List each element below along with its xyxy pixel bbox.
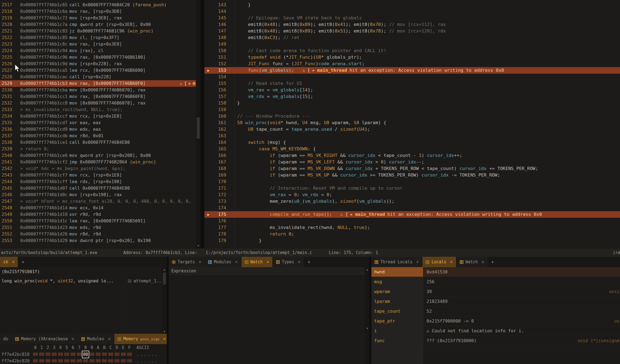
source-line-147[interactable]: 147 emit8(0x48); emit8(0x89); emit8(0x51… <box>204 28 620 34</box>
memory-byte[interactable]: 00 <box>108 351 114 358</box>
tab-targets[interactable]: Targets× <box>169 257 204 267</box>
watch-empty-area[interactable] <box>169 275 369 364</box>
disasm-line-2524[interactable]: 25240x00007ff7746b1c94mov [rax], cl <box>0 47 196 54</box>
local-row-func[interactable]: func??? (0x215f7910000)void (*)(unsigne <box>371 336 620 346</box>
tab-modules[interactable]: Modules× <box>205 257 241 267</box>
disasm-line-2540[interactable]: 25400x00007ff7746b1ce6mov qword ptr [rsp… <box>0 152 196 159</box>
disasm-line-2527[interactable]: 25270x00007ff7746b1ca5lea rcx, [0x00007F… <box>0 67 196 74</box>
source-line-178[interactable]: 178 return 0; <box>204 231 620 237</box>
disasm-line-2522[interactable]: 25220x00007ff7746b1c85mov cl, [rsp+0x3F7… <box>0 34 196 41</box>
tab-watch[interactable]: Watch× <box>457 257 487 267</box>
disasm-line-2551[interactable]: 25510x00007ff7746b1d23mov edx, r9d <box>0 224 196 231</box>
disasm-line-2519[interactable]: 25190x00007ff7746b1c72mov [rsp+0x3E8], r… <box>0 15 196 21</box>
disasm-line-2529[interactable]: 25290x00007ff7746b1cb3mov rax, [0x00007F… <box>0 80 196 87</box>
memory-byte[interactable]: 00 <box>120 351 126 358</box>
disasm-line-2547[interactable]: 2547> void* hFont = ms_create_font_a(20,… <box>0 198 196 205</box>
source-line-149[interactable]: 149 <box>204 41 620 47</box>
local-row-hwnd[interactable]: hwnd0xd41530 <box>371 267 620 277</box>
memory-byte[interactable]: 00 <box>120 358 126 364</box>
close-tab-icon[interactable]: × <box>267 259 269 264</box>
source-line-155[interactable]: 155 // Read state for UI <box>204 80 620 87</box>
disasm-line-2542[interactable]: 2542> void* hdc = ms_begin_paint(hwnd, &… <box>0 165 196 172</box>
source-line-159[interactable]: 159 <box>204 106 620 113</box>
source-line-179[interactable]: 179 } <box>204 237 620 244</box>
new-tab-button[interactable]: + <box>18 259 28 265</box>
source-line-154[interactable]: 154 <box>204 74 620 80</box>
source-line-172[interactable]: 172 vm_rax = 0; vm_rdx = 0; <box>204 192 620 198</box>
source-line-165[interactable]: 165 case MS_WM_KEYDOWN: { <box>204 146 620 152</box>
disasm-line-2534[interactable]: 25340x00007ff7746b1ccfmov rcx, [rsp+0x1E… <box>0 113 196 120</box>
callstack-scrollbar[interactable]: ▲ ▼ <box>162 267 167 334</box>
source-line-162[interactable]: 162 U8 tape_count = tape_arena.used / si… <box>204 126 620 133</box>
memory-byte[interactable]: 00 <box>38 358 45 364</box>
memory-byte[interactable]: 00 <box>114 351 120 358</box>
memory-byte[interactable]: 00 <box>57 358 64 364</box>
disasm-line-2537[interactable]: 25370x00007ff7746b1cdbmov r8d, 0x01 <box>0 133 196 139</box>
disasm-line-2536[interactable]: 25360x00007ff7746b1cd9mov edx, eax <box>0 126 196 133</box>
local-row-tape-count[interactable]: tape_count52 <box>371 306 620 316</box>
memory-byte[interactable]: 00 <box>101 351 108 358</box>
memory-byte[interactable]: 00 <box>126 358 133 364</box>
local-row-wparam[interactable]: wparam39unsi <box>371 287 620 297</box>
stack-frame-1[interactable]: long win_proc(void *, uint32, unsigned l… <box>0 276 162 286</box>
scroll-down-icon[interactable]: ▼ <box>162 329 167 334</box>
source-line-145[interactable]: 145 // Epilogue: Save VM state back to g… <box>204 15 620 21</box>
local-row-lparam[interactable]: lparam21823489 <box>371 297 620 306</box>
memory-byte[interactable]: 00 <box>64 358 70 364</box>
watch-scrollbar[interactable]: ▲ ▼ <box>365 267 369 364</box>
memory-byte[interactable]: 00 <box>64 351 70 358</box>
source-line-156[interactable]: 156 vm_rax = vm_globals[14]; <box>204 87 620 93</box>
memory-byte[interactable]: 00 <box>101 358 108 364</box>
source-line-143[interactable]: 143 } <box>204 2 620 8</box>
disasm-line-2550[interactable]: 25500x00007ff7746b1d1clea rax, [0x00007F… <box>0 218 196 224</box>
memory-byte[interactable]: 00 <box>51 351 57 358</box>
local-row-tape-ptr[interactable]: tape_ptr0x215f7900000 -> 0us <box>371 316 620 326</box>
tab-thread-locals[interactable]: Thread Locals× <box>371 257 422 267</box>
close-tab-icon[interactable]: × <box>163 336 166 341</box>
disasm-line-2528[interactable]: 25280x00007ff7746b1caccall [rsp+0x228] <box>0 74 196 80</box>
source-line-152[interactable]: 152 JIT_Func func = (JIT_Func)code_arena… <box>204 61 620 67</box>
memory-byte[interactable]: 00 <box>89 358 95 364</box>
memory-byte[interactable]: 00 <box>82 358 89 364</box>
disasm-line-2532[interactable]: 25320x00007ff7746b1cc8mov [0x00007FF7746… <box>0 100 196 106</box>
source-line-160[interactable]: 160// --- Window Procedure --- <box>204 113 620 120</box>
stack-frame-0[interactable]: (0x215f791001f) <box>0 267 162 276</box>
disasm-line-2535[interactable]: 25350x00007ff7746b1cd7xor eax, eax <box>0 120 196 126</box>
source-line-167[interactable]: 167 if (wparam == MS_VK_LEFT && cursor_i… <box>204 159 620 165</box>
tab-types[interactable]: Types× <box>273 257 304 267</box>
disasm-line-2525[interactable]: 25250x00007ff7746b1c96mov rax, [0x00007F… <box>0 54 196 61</box>
source-line-174[interactable]: 174 <box>204 205 620 211</box>
memory-byte[interactable]: 00 <box>45 358 51 364</box>
memory-byte[interactable]: 00 <box>95 351 101 358</box>
memory-byte[interactable]: 00 <box>114 358 120 364</box>
scrollbar-thumb[interactable] <box>197 117 200 139</box>
disasm-line-2530[interactable]: 25300x00007ff7746b1cbamov [0x00007FF7746… <box>0 87 196 93</box>
close-tab-icon[interactable]: × <box>72 336 74 341</box>
source-line-175[interactable]: ▶175 compile_and_run_tape();⚠[▶main_thre… <box>204 211 620 218</box>
disasm-line-2552[interactable]: 25520x00007ff7746b1d26mov r8d, r9d <box>0 231 196 237</box>
disasm-line-2526[interactable]: 25260x00007ff7746b1c9dmov [rsp+0x228], r… <box>0 61 196 67</box>
source-line-148[interactable]: 148 emit8(0xC3); // ret <box>204 34 620 41</box>
source-line-150[interactable]: 150 // Cast code arena to function point… <box>204 47 620 54</box>
disasm-line-2538[interactable]: 25380x00007ff7746b1ce1call 0x00007FF7746… <box>0 139 196 146</box>
source-line-153[interactable]: ▶153 func(vm_globals);⚠[▶main_threadhit … <box>204 67 620 74</box>
tab-ds[interactable]: ds <box>0 334 11 344</box>
new-tab-button[interactable]: + <box>304 259 314 265</box>
memory-byte-cursor[interactable]: 00 <box>82 351 89 358</box>
memory-byte[interactable]: 00 <box>70 351 76 358</box>
memory-byte[interactable]: 00 <box>95 358 101 364</box>
source-line-177[interactable]: 177 ms_invalidate_rect(hwnd, NULL, true)… <box>204 224 620 231</box>
scroll-down-icon[interactable]: ▼ <box>365 326 369 331</box>
memory-byte[interactable]: 00 <box>32 351 38 358</box>
source-line-161[interactable]: 161S8 win_proc(void* hwnd, U4 msg, U8 wp… <box>204 120 620 126</box>
local-row-i[interactable]: i⚠Could not find location info for i. <box>371 326 620 336</box>
memory-byte[interactable]: 00 <box>126 351 133 358</box>
scroll-down-icon[interactable]: ▼ <box>196 243 201 248</box>
source-line-164[interactable]: 164 switch (msg) { <box>204 139 620 146</box>
memory-byte[interactable]: 00 <box>32 358 38 364</box>
disasm-line-2541[interactable]: 25410x00007ff7746b1cf2jmp 0x00007FF7746B… <box>0 159 196 165</box>
memory-byte[interactable]: 00 <box>70 358 76 364</box>
source-line-166[interactable]: 166 if (wparam == MS_VK_RIGHT && cursor_… <box>204 152 620 159</box>
memory-byte[interactable]: 00 <box>38 351 45 358</box>
source-line-146[interactable]: 146 emit8(0x48); emit8(0x89); emit8(0x41… <box>204 21 620 28</box>
